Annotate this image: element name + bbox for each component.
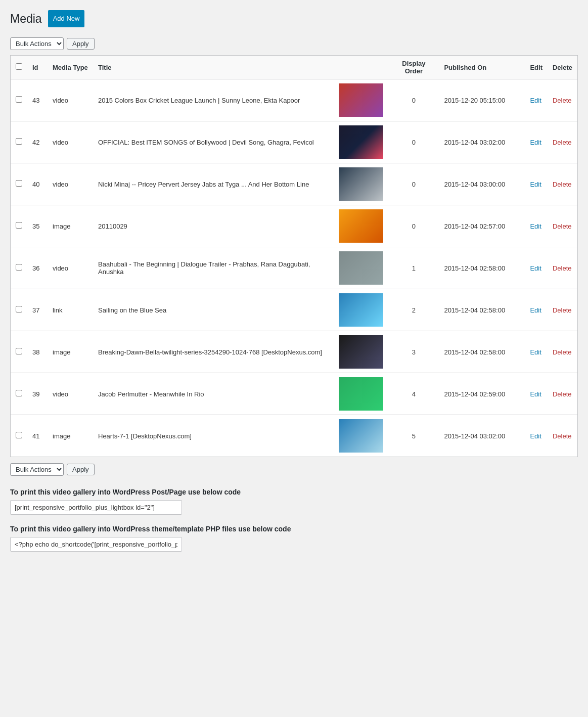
table-row: 38 image Breaking-Dawn-Bella-twilight-se… (11, 331, 578, 373)
bulk-actions-select-top[interactable]: Bulk ActionsDelete (10, 37, 64, 50)
delete-link-41[interactable]: Delete (553, 432, 572, 440)
row-id: 40 (27, 163, 48, 205)
row-checkbox-cell (11, 247, 28, 289)
row-id: 43 (27, 79, 48, 121)
row-id: 39 (27, 373, 48, 415)
table-row: 42 video OFFICIAL: Best ITEM SONGS of Bo… (11, 121, 578, 163)
apply-button-bottom[interactable]: Apply (67, 464, 95, 475)
row-edit-cell: Edit (525, 289, 548, 331)
row-published-on: 2015-12-04 03:00:00 (439, 163, 525, 205)
row-thumbnail (334, 331, 388, 373)
row-checkbox-35[interactable] (16, 222, 22, 229)
row-edit-cell: Edit (525, 79, 548, 121)
row-title: Sailing on the Blue Sea (93, 289, 334, 331)
table-body: 43 video 2015 Colors Box Cricket League … (11, 79, 578, 457)
row-delete-cell: Delete (548, 163, 578, 205)
row-edit-cell: Edit (525, 247, 548, 289)
row-media-type: video (48, 247, 93, 289)
row-delete-cell: Delete (548, 289, 578, 331)
row-checkbox-42[interactable] (16, 138, 22, 145)
table-row: 37 link Sailing on the Blue Sea 2 2015-1… (11, 289, 578, 331)
table-row: 40 video Nicki Minaj -- Pricey Pervert J… (11, 163, 578, 205)
edit-link-43[interactable]: Edit (530, 97, 541, 104)
delete-link-43[interactable]: Delete (553, 97, 572, 104)
row-id: 42 (27, 121, 48, 163)
row-media-type: link (48, 289, 93, 331)
row-edit-cell: Edit (525, 415, 548, 457)
row-checkbox-36[interactable] (16, 264, 22, 271)
row-thumbnail (334, 373, 388, 415)
delete-link-39[interactable]: Delete (553, 390, 572, 398)
table-row: 43 video 2015 Colors Box Cricket League … (11, 79, 578, 121)
row-checkbox-43[interactable] (16, 96, 22, 103)
row-checkbox-cell (11, 415, 28, 457)
row-checkbox-40[interactable] (16, 180, 22, 187)
row-delete-cell: Delete (548, 121, 578, 163)
col-header-order: Display Order (388, 56, 439, 79)
row-published-on: 2015-12-04 02:57:00 (439, 205, 525, 247)
add-new-button[interactable]: Add New (48, 10, 85, 27)
row-checkbox-39[interactable] (16, 390, 22, 396)
row-checkbox-41[interactable] (16, 432, 22, 438)
delete-link-42[interactable]: Delete (553, 139, 572, 146)
row-display-order: 0 (388, 205, 439, 247)
row-edit-cell: Edit (525, 331, 548, 373)
bulk-actions-select-bottom[interactable]: Bulk ActionsDelete (10, 463, 64, 476)
row-thumbnail (334, 163, 388, 205)
row-delete-cell: Delete (548, 247, 578, 289)
col-header-edit: Edit (525, 56, 548, 79)
page-title: Media (10, 12, 42, 26)
delete-link-36[interactable]: Delete (553, 264, 572, 272)
theme-code-input[interactable] (10, 537, 182, 552)
code-section: To print this video gallery into WordPre… (10, 488, 578, 552)
row-display-order: 5 (388, 415, 439, 457)
row-display-order: 3 (388, 331, 439, 373)
delete-link-38[interactable]: Delete (553, 348, 572, 356)
row-published-on: 2015-12-04 03:02:00 (439, 121, 525, 163)
row-thumbnail (334, 247, 388, 289)
row-title: Jacob Perlmutter - Meanwhile In Rio (93, 373, 334, 415)
row-checkbox-cell (11, 331, 28, 373)
row-delete-cell: Delete (548, 331, 578, 373)
row-checkbox-37[interactable] (16, 306, 22, 312)
col-header-id: Id (27, 56, 48, 79)
edit-link-41[interactable]: Edit (530, 432, 541, 440)
row-delete-cell: Delete (548, 415, 578, 457)
row-checkbox-38[interactable] (16, 348, 22, 354)
edit-link-40[interactable]: Edit (530, 181, 541, 188)
row-delete-cell: Delete (548, 373, 578, 415)
row-published-on: 2015-12-04 02:58:00 (439, 247, 525, 289)
row-media-type: image (48, 331, 93, 373)
edit-link-42[interactable]: Edit (530, 139, 541, 146)
table-row: 41 image Hearts-7-1 [DesktopNexus.com] 5… (11, 415, 578, 457)
delete-link-35[interactable]: Delete (553, 222, 572, 230)
row-display-order: 4 (388, 373, 439, 415)
edit-link-35[interactable]: Edit (530, 222, 541, 230)
row-display-order: 0 (388, 163, 439, 205)
theme-code-label: To print this video gallery into WordPre… (10, 525, 578, 533)
edit-link-38[interactable]: Edit (530, 348, 541, 356)
edit-link-36[interactable]: Edit (530, 264, 541, 272)
row-media-type: video (48, 163, 93, 205)
edit-link-39[interactable]: Edit (530, 390, 541, 398)
row-edit-cell: Edit (525, 373, 548, 415)
row-published-on: 2015-12-04 02:58:00 (439, 289, 525, 331)
row-media-type: video (48, 373, 93, 415)
row-id: 37 (27, 289, 48, 331)
select-all-checkbox-top[interactable] (16, 63, 22, 70)
delete-link-37[interactable]: Delete (553, 306, 572, 314)
row-id: 35 (27, 205, 48, 247)
row-title: 20110029 (93, 205, 334, 247)
edit-link-37[interactable]: Edit (530, 306, 541, 314)
table-row: 39 video Jacob Perlmutter - Meanwhile In… (11, 373, 578, 415)
row-id: 38 (27, 331, 48, 373)
row-thumbnail (334, 415, 388, 457)
apply-button-top[interactable]: Apply (67, 38, 95, 50)
row-title: Hearts-7-1 [DesktopNexus.com] (93, 415, 334, 457)
row-display-order: 1 (388, 247, 439, 289)
row-checkbox-cell (11, 205, 28, 247)
post-code-input[interactable] (10, 500, 182, 515)
delete-link-40[interactable]: Delete (553, 181, 572, 188)
row-thumbnail (334, 79, 388, 121)
row-published-on: 2015-12-04 03:02:00 (439, 415, 525, 457)
